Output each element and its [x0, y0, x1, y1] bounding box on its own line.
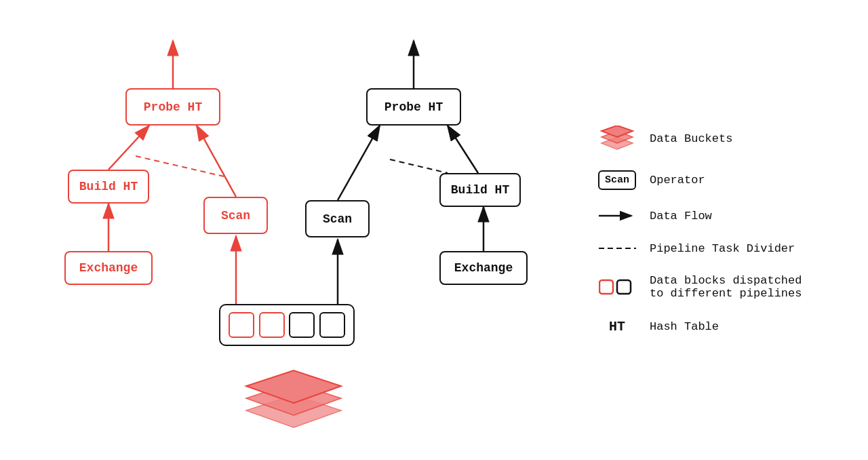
svg-line-13 — [390, 159, 448, 173]
legend-data-buckets-label: Data Buckets — [650, 132, 732, 145]
right-probe-ht-node: Probe HT — [366, 88, 461, 126]
legend-dashed-icon — [597, 242, 637, 255]
legend-data-blocks-label: Data blocks dispatched to different pipe… — [650, 274, 802, 300]
left-probe-ht-node: Probe HT — [125, 88, 220, 126]
right-scan-node: Scan — [305, 200, 370, 237]
data-block-black-1 — [289, 312, 315, 338]
legend-pipeline-divider: Pipeline Task Divider — [597, 242, 854, 255]
legend-hash-table-label: Hash Table — [650, 320, 719, 333]
legend-scan-box-icon: Scan — [597, 170, 637, 190]
legend-ht-text-icon: HT — [597, 319, 637, 334]
svg-line-4 — [197, 126, 236, 197]
legend-data-flow: Data Flow — [597, 209, 854, 223]
svg-rect-24 — [617, 280, 631, 294]
legend-diamonds-icon — [597, 126, 637, 151]
left-build-ht-node: Build HT — [68, 170, 149, 204]
data-block-red-1 — [229, 312, 254, 338]
right-build-ht-node: Build HT — [439, 173, 521, 207]
legend-hash-table: HT Hash Table — [597, 319, 854, 334]
legend-data-flow-label: Data Flow — [650, 210, 712, 223]
data-block-black-2 — [319, 312, 345, 338]
legend-blocks-icon — [597, 277, 637, 297]
data-block-red-2 — [259, 312, 285, 338]
svg-line-3 — [108, 126, 149, 170]
right-exchange-node: Exchange — [439, 251, 528, 285]
diagram-area: Probe HT Build HT Scan Exchange Probe HT… — [0, 0, 583, 460]
data-bucket — [236, 360, 351, 438]
legend-operator-label: Operator — [650, 174, 705, 187]
legend-pipeline-divider-label: Pipeline Task Divider — [650, 242, 795, 255]
legend-data-buckets: Data Buckets — [597, 126, 854, 151]
data-blocks-row — [219, 304, 355, 346]
svg-rect-23 — [599, 280, 613, 294]
legend-arrow-icon — [597, 209, 637, 223]
legend-data-blocks: Data blocks dispatched to different pipe… — [597, 274, 854, 300]
legend-operator: Scan Operator — [597, 170, 854, 190]
legend-area: Data Buckets Scan Operator Data Flow — [583, 0, 868, 460]
left-scan-node: Scan — [203, 197, 268, 234]
svg-line-9 — [338, 126, 380, 200]
svg-line-10 — [448, 126, 478, 173]
left-exchange-node: Exchange — [64, 251, 153, 285]
